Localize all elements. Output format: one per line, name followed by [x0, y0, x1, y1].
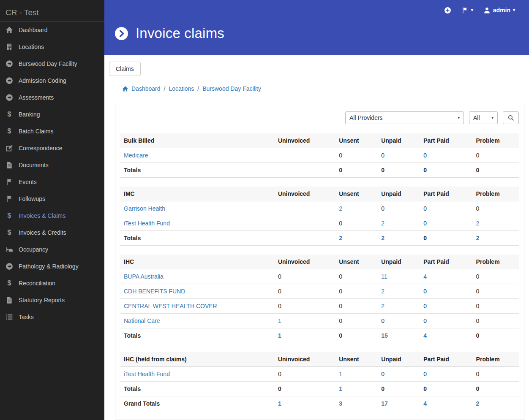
count-cell: 0 [420, 148, 472, 163]
content: Claims Dashboard / Locations / Burswood … [104, 55, 529, 420]
count-link[interactable]: 4 [423, 332, 427, 339]
tab-claims[interactable]: Claims [109, 62, 141, 76]
count-link[interactable]: 15 [381, 332, 388, 339]
sidebar-item-correspondence[interactable]: Correspondence [0, 140, 104, 157]
search-button[interactable] [503, 111, 519, 124]
provider-link[interactable]: BUPA Australia [124, 273, 164, 280]
sidebar-item-banking[interactable]: $Banking [0, 106, 104, 123]
column-header-unpaid: Unpaid [378, 352, 420, 367]
count-link[interactable]: 2 [339, 235, 342, 241]
sidebar-item-reconciliation[interactable]: $Reconciliation [0, 275, 104, 292]
sidebar-item-statutory-reports[interactable]: Statutory Reports [0, 292, 104, 309]
tab-bar: Claims [109, 62, 524, 76]
count-link[interactable]: 4 [423, 273, 427, 280]
claims-table-ihc: IHCUninvoicedUnsentUnpaidPart PaidProble… [120, 255, 519, 343]
count-cell: 15 [378, 328, 420, 343]
sidebar-item-tasks[interactable]: Tasks [0, 309, 104, 325]
column-header-problem: Problem [473, 133, 519, 148]
totals-row: Totals101540 [120, 328, 519, 343]
table-row: iTest Health Fund0202 [120, 216, 519, 231]
provider-link[interactable]: iTest Health Fund [124, 371, 170, 377]
table-group-title: Bulk Billed [120, 133, 275, 148]
count-link[interactable]: 2 [381, 235, 384, 241]
sidebar-item-label: Occupancy [19, 246, 48, 253]
sidebar-item-admission-coding[interactable]: Admission Coding [0, 72, 104, 89]
provider-link[interactable]: Medicare [124, 152, 148, 159]
count-cell: 0 [335, 299, 378, 314]
flag-icon [5, 178, 13, 186]
file-icon [5, 161, 13, 169]
table-row: National Care10000 [120, 314, 519, 328]
building-icon [5, 43, 13, 51]
dollar-icon: $ [5, 127, 13, 135]
count-link[interactable]: 1 [278, 317, 281, 324]
count-cell [275, 231, 335, 246]
sidebar-item-followups[interactable]: Followups [0, 190, 104, 207]
add-button[interactable] [444, 7, 451, 14]
plus-circle-icon [444, 7, 451, 14]
count-cell: 0 [275, 284, 335, 299]
provider-select-value: All Providers [349, 114, 383, 121]
count-link[interactable]: 11 [381, 273, 387, 280]
breadcrumb-link-locations[interactable]: Locations [169, 85, 194, 92]
provider-link[interactable]: Garrison Health [124, 205, 165, 212]
sidebar-item-locations[interactable]: Locations [0, 38, 104, 55]
count-link[interactable]: 2 [476, 400, 480, 407]
count-link[interactable]: 2 [339, 205, 342, 212]
count-link[interactable]: 1 [278, 400, 281, 407]
count-cell: 0 [420, 163, 472, 178]
column-header-part-paid: Part Paid [420, 352, 472, 367]
sidebar-item-assessments[interactable]: Assessments [0, 89, 104, 106]
count-link[interactable]: 2 [381, 303, 384, 309]
count-link[interactable]: 1 [339, 385, 342, 392]
chevron-down-icon: ▾ [491, 116, 494, 120]
sidebar-item-label: Reconciliation [19, 280, 55, 287]
count-link[interactable]: 2 [381, 288, 384, 295]
count-cell: 0 [473, 148, 519, 163]
provider-link[interactable]: National Care [124, 317, 160, 324]
sidebar-item-burswood-day-facility[interactable]: Burswood Day Facility [0, 55, 104, 72]
sidebar-item-documents[interactable]: Documents [0, 157, 104, 173]
type-select[interactable]: All ▾ [469, 111, 498, 124]
sidebar-item-pathology-radiology[interactable]: Pathology & Radiology [0, 258, 104, 275]
column-header-problem: Problem [473, 187, 519, 201]
count-link[interactable]: 1 [339, 371, 342, 377]
breadcrumb: Dashboard / Locations / Burswood Day Fac… [122, 85, 524, 92]
sidebar-item-dashboard[interactable]: Dashboard [0, 22, 104, 38]
breadcrumb-link-facility[interactable]: Burswood Day Facility [202, 85, 261, 92]
sidebar-item-invoices-claims[interactable]: $Invoices & Claims [0, 207, 104, 224]
table-group-title: IHC (held from claims) [120, 352, 275, 367]
flag-dropdown[interactable]: ▾ [461, 7, 473, 14]
count-cell: 0 [378, 367, 420, 382]
count-link[interactable]: 17 [381, 400, 388, 407]
count-link[interactable]: 4 [423, 400, 427, 407]
provider-select[interactable]: All Providers ▾ [345, 111, 464, 124]
table-row: CENTRAL WEST HEALTH COVER00200 [120, 299, 519, 314]
claims-tables: Bulk BilledUninvoicedUnsentUnpaidPart Pa… [120, 133, 519, 411]
provider-link[interactable]: CENTRAL WEST HEALTH COVER [124, 303, 217, 309]
bed-icon [5, 246, 13, 253]
count-cell: 1 [275, 314, 335, 328]
file-icon [5, 296, 13, 304]
breadcrumb-link-dashboard[interactable]: Dashboard [131, 85, 161, 92]
provider-link[interactable]: CDH BENEFITS FUND [124, 288, 185, 295]
count-link[interactable]: 2 [381, 220, 384, 227]
provider-link[interactable]: iTest Health Fund [124, 220, 170, 227]
sidebar-item-batch-claims[interactable]: $Batch Claims [0, 123, 104, 140]
user-dropdown[interactable]: admin ▾ [483, 7, 515, 14]
count-cell: 0 [275, 382, 335, 396]
count-cell: 0 [378, 382, 420, 396]
count-link[interactable]: 3 [339, 400, 342, 407]
count-cell: 0 [473, 201, 519, 216]
count-link[interactable]: 2 [476, 220, 480, 227]
count-link[interactable]: 2 [476, 235, 480, 241]
provider-cell: CDH BENEFITS FUND [120, 284, 275, 299]
sidebar-item-invoices-credits[interactable]: $Invoices & Credits [0, 224, 104, 241]
chevron-circle-icon [115, 27, 128, 41]
chevron-down-icon: ▾ [513, 8, 515, 12]
sidebar-item-occupancy[interactable]: Occupancy [0, 241, 104, 258]
sidebar-item-events[interactable]: Events [0, 173, 104, 190]
count-link[interactable]: 1 [278, 332, 281, 339]
sidebar-item-label: Assessments [19, 94, 54, 101]
count-cell: 0 [275, 299, 335, 314]
